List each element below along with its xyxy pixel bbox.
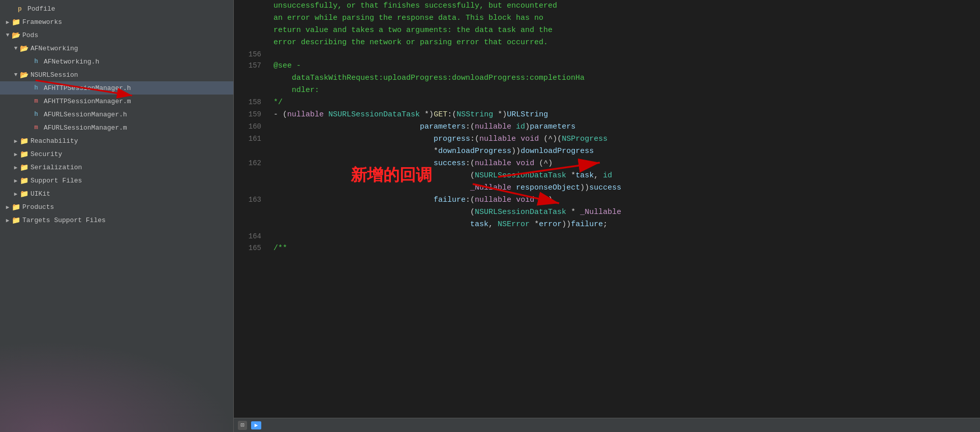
sidebar-item-label: Targets Support Files <box>22 217 106 224</box>
line-content: *downloadProgress))downloadProgress <box>269 145 980 158</box>
sidebar-item-label: Pods <box>22 32 38 39</box>
arrow-icon <box>8 6 15 12</box>
code-line: 160 parameters:(nullable id)parameters <box>234 121 980 133</box>
line-number <box>234 37 269 49</box>
expand-icon[interactable]: ⊡ <box>238 421 247 430</box>
line-number <box>234 24 269 37</box>
sidebar-item-uikit[interactable]: ▶ 📁 UIKit <box>0 187 233 200</box>
sidebar-item-afhttpsessionmanager-h[interactable]: h AFHTTPSessionManager.h <box>0 81 233 95</box>
sidebar-item-frameworks[interactable]: ▶ 📁 Frameworks <box>0 15 233 28</box>
arrow-icon <box>24 111 32 117</box>
arrow-icon: ▶ <box>4 217 11 224</box>
code-line: dataTaskWithRequest:uploadProgress:downl… <box>234 72 980 84</box>
line-content: _Nullable responseObject))success <box>269 182 980 194</box>
arrow-icon: ▼ <box>12 72 19 78</box>
sidebar-item-afnetworking-h[interactable]: h AFNetworking.h <box>0 55 233 68</box>
sidebar-item-pods[interactable]: ▼ 📂 Pods <box>0 28 233 42</box>
arrow-icon: ▶ <box>12 138 19 144</box>
blue-indicator[interactable]: ▶ <box>251 421 261 429</box>
sidebar-item-label: Security <box>30 150 62 158</box>
line-content: (NSURLSessionDataTask * _Nullable <box>269 206 980 219</box>
arrow-icon: ▼ <box>12 45 19 51</box>
sidebar-item-label: AFURLSessionManager.h <box>44 111 127 118</box>
sidebar: p Podfile ▶ 📁 Frameworks ▼ 📂 Pods ▼ 📂 AF… <box>0 0 234 432</box>
sidebar-item-afurlsessionmanager-h[interactable]: h AFURLSessionManager.h <box>0 108 233 121</box>
arrow-icon <box>24 125 32 131</box>
sidebar-item-label: AFHTTPSessionManager.h <box>44 84 131 92</box>
arrow-icon: ▼ <box>4 32 11 38</box>
sidebar-item-label: UIKit <box>30 190 50 198</box>
line-content: an error while parsing the response data… <box>269 12 980 24</box>
sidebar-item-label: Serialization <box>30 164 82 171</box>
arrow-icon: ▶ <box>12 191 19 197</box>
arrow-icon: ▶ <box>4 19 11 25</box>
sidebar-item-targets-support[interactable]: ▶ 📁 Targets Support Files <box>0 213 233 227</box>
status-bar: ⊡ ▶ <box>234 418 980 432</box>
code-line: _Nullable responseObject))success <box>234 182 980 194</box>
file-icon: p <box>15 5 24 13</box>
sidebar-item-afhttpsessionmanager-m[interactable]: m AFHTTPSessionManager.m <box>0 95 233 108</box>
folder-icon: 📂 <box>11 31 20 40</box>
folder-icon: 📁 <box>11 18 20 26</box>
line-content <box>269 49 980 60</box>
code-line: (NSURLSessionDataTask *task, id <box>234 170 980 182</box>
line-number: 165 <box>234 242 269 255</box>
sidebar-background-decoration <box>0 341 233 432</box>
arrow-icon: ▶ <box>12 151 19 158</box>
sidebar-item-support-files[interactable]: ▶ 📁 Support Files <box>0 174 233 187</box>
line-number <box>234 72 269 84</box>
line-content: */ <box>269 97 980 109</box>
folder-icon: 📁 <box>11 216 20 225</box>
line-number <box>234 206 269 219</box>
line-content: /** <box>269 242 980 255</box>
code-line: 163 failure:(nullable void (^) <box>234 194 980 206</box>
sidebar-item-label: AFURLSessionManager.m <box>44 124 127 132</box>
folder-icon: 📁 <box>19 137 28 145</box>
sidebar-item-security[interactable]: ▶ 📁 Security <box>0 147 233 161</box>
code-line: 164 <box>234 231 980 242</box>
sidebar-item-label: AFNetworking <box>30 45 78 52</box>
code-line: *downloadProgress))downloadProgress <box>234 145 980 158</box>
sidebar-item-nsurlsession[interactable]: ▼ 📂 NSURLSession <box>0 68 233 81</box>
sidebar-item-label: NSURLSession <box>30 71 78 79</box>
sidebar-item-serialization[interactable]: ▶ 📁 Serialization <box>0 161 233 174</box>
code-line: task, NSError *error))failure; <box>234 219 980 231</box>
line-content: progress:(nullable void (^)(NSProgress <box>269 133 980 145</box>
code-scroll-area[interactable]: unsuccessfully, or that finishes success… <box>234 0 980 418</box>
line-content: error describing the network or parsing … <box>269 37 980 49</box>
code-line: (NSURLSessionDataTask * _Nullable <box>234 206 980 219</box>
source-file-icon: m <box>32 98 41 105</box>
sidebar-item-podfile[interactable]: p Podfile <box>0 2 233 15</box>
source-file-icon: m <box>32 124 41 131</box>
line-content: return value and takes a two arguments: … <box>269 24 980 37</box>
code-line: 157 @see - <box>234 60 980 72</box>
sidebar-item-afnetworking[interactable]: ▼ 📂 AFNetworking <box>0 42 233 55</box>
header-file-icon: h <box>32 84 41 91</box>
arrow-icon: ▶ <box>12 177 19 184</box>
arrow-icon: ▶ <box>4 204 11 210</box>
sidebar-item-reachability[interactable]: ▶ 📁 Reachability <box>0 134 233 147</box>
sidebar-item-products[interactable]: ▶ 📁 Products <box>0 200 233 213</box>
line-content: @see - <box>269 60 980 72</box>
code-editor: unsuccessfully, or that finishes success… <box>234 0 980 432</box>
folder-icon: 📁 <box>19 163 28 172</box>
line-content: task, NSError *error))failure; <box>269 219 980 231</box>
arrow-icon <box>24 58 32 65</box>
line-number <box>234 219 269 231</box>
line-number: 164 <box>234 231 269 242</box>
line-number <box>234 145 269 158</box>
code-line: error describing the network or parsing … <box>234 37 980 49</box>
sidebar-item-afurlsessionmanager-m[interactable]: m AFURLSessionManager.m <box>0 121 233 134</box>
header-file-icon: h <box>32 111 41 118</box>
code-line: 158 */ <box>234 97 980 109</box>
line-content: - (nullable NSURLSessionDataTask *)GET:(… <box>269 109 980 121</box>
folder-icon: 📂 <box>19 44 28 53</box>
line-number <box>234 182 269 194</box>
line-number: 160 <box>234 121 269 133</box>
code-line: 156 <box>234 49 980 60</box>
line-number: 157 <box>234 60 269 72</box>
line-content: (NSURLSessionDataTask *task, id <box>269 170 980 182</box>
folder-icon: 📁 <box>19 176 28 185</box>
header-file-icon: h <box>32 58 41 65</box>
line-content: ndler: <box>269 84 980 97</box>
